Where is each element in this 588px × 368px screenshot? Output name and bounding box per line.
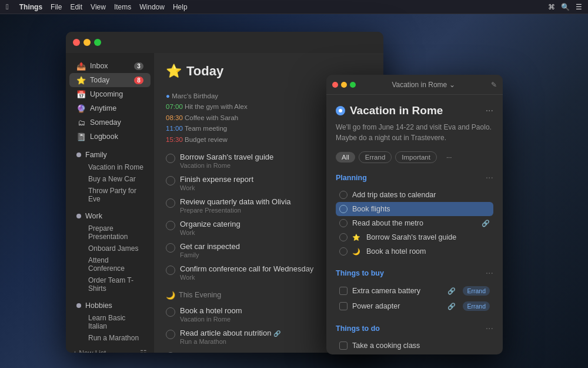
task-power-adapter[interactable]: Power adapter 🔗 Errand bbox=[336, 299, 493, 314]
meeting-label: Team meeting bbox=[185, 125, 227, 132]
detail-maximize-button[interactable] bbox=[350, 82, 356, 88]
work-group-dot bbox=[76, 214, 81, 218]
task-text: Borrow Sarah's travel guide bbox=[366, 233, 490, 241]
sidebar-footer: + New List ☷ bbox=[66, 344, 154, 353]
detail-traffic-lights bbox=[332, 82, 356, 88]
order-tshirts-label: Order Team T-Shirts bbox=[88, 276, 143, 293]
planning-more-icon[interactable]: ··· bbox=[486, 173, 493, 183]
family-group-header[interactable]: Family bbox=[69, 148, 151, 161]
task-day-trip-vatican[interactable]: Take a day trip to the Vatican 🔗 bbox=[336, 353, 493, 354]
star-icon: ⭐ bbox=[352, 234, 360, 241]
maximize-button[interactable] bbox=[94, 39, 101, 46]
sidebar-group-hobbies: Hobbies Learn Basic Italian Run a Marath… bbox=[66, 299, 154, 344]
sidebar-item-someday[interactable]: 🗂 Someday bbox=[69, 115, 151, 130]
onboard-james-label: Onboard James bbox=[88, 244, 138, 253]
detail-window: Vacation in Rome ⌄ ✎ Vacation in Rome ··… bbox=[326, 75, 503, 354]
sidebar-item-attend-conference[interactable]: Attend Conference bbox=[69, 254, 151, 274]
task-cb[interactable] bbox=[339, 233, 348, 241]
budget-time: 15:30 bbox=[166, 136, 185, 143]
inbox-badge: 3 bbox=[134, 62, 143, 70]
planning-section-header: Planning ··· bbox=[336, 173, 493, 183]
sidebar-item-buy-car[interactable]: Buy a New Car bbox=[69, 173, 151, 185]
task-checkbox[interactable] bbox=[166, 330, 175, 339]
filter-important[interactable]: Important bbox=[395, 151, 437, 163]
work-group-header[interactable]: Work bbox=[69, 210, 151, 223]
task-checkbox[interactable] bbox=[166, 221, 175, 230]
sidebar-item-prepare-presentation[interactable]: Prepare Presentation bbox=[69, 223, 151, 243]
task-cooking-class[interactable]: Take a cooking class bbox=[336, 339, 493, 353]
sidebar-item-inbox[interactable]: 📤 Inbox 3 bbox=[69, 59, 151, 73]
settings-icon[interactable]: ☷ bbox=[140, 349, 147, 353]
task-add-dates[interactable]: Add trip dates to calendar bbox=[336, 188, 493, 202]
menu-window[interactable]: Window bbox=[139, 3, 165, 11]
apple-menu[interactable]:  bbox=[6, 2, 9, 11]
sidebar-item-run-marathon[interactable]: Run a Marathon bbox=[69, 332, 151, 344]
detail-window-title: Vacation in Rome ⌄ bbox=[356, 81, 491, 89]
birthday-label: Marc's Birthday bbox=[172, 92, 218, 100]
task-text: Power adapter bbox=[352, 302, 443, 310]
menu-file[interactable]: File bbox=[51, 3, 62, 11]
task-checkbox[interactable] bbox=[166, 198, 175, 208]
task-cb[interactable] bbox=[339, 191, 348, 199]
throw-party-label: Throw Party for Eve bbox=[88, 187, 143, 203]
sidebar-item-throw-party[interactable]: Throw Party for Eve bbox=[69, 185, 151, 205]
sidebar-item-anytime[interactable]: 🔮 Anytime bbox=[69, 101, 151, 115]
task-text: Finish expense report Work bbox=[180, 175, 253, 191]
things-to-buy-header: Things to buy ··· bbox=[336, 268, 493, 279]
task-camera-battery[interactable]: Extra camera battery 🔗 Errand bbox=[336, 283, 493, 299]
sidebar-item-onboard-james[interactable]: Onboard James bbox=[69, 243, 151, 254]
task-checkbox[interactable] bbox=[166, 243, 175, 253]
moon-icon: 🌙 bbox=[352, 248, 360, 256]
task-checkbox[interactable] bbox=[166, 307, 175, 317]
task-checkbox[interactable] bbox=[166, 266, 175, 275]
coffee-time: 08:30 bbox=[166, 114, 185, 121]
project-more-icon[interactable]: ··· bbox=[486, 105, 493, 116]
control-center-icon[interactable]: ☰ bbox=[576, 3, 582, 11]
task-book-hotel-room[interactable]: 🌙 Book a hotel room bbox=[336, 244, 493, 258]
task-checkbox[interactable] bbox=[166, 176, 175, 185]
task-cb[interactable] bbox=[339, 205, 348, 213]
new-list-button[interactable]: + New List bbox=[73, 349, 136, 353]
detail-minimize-button[interactable] bbox=[341, 82, 347, 88]
task-cb[interactable] bbox=[339, 302, 348, 310]
logbook-icon: 📓 bbox=[76, 132, 86, 141]
task-book-flights[interactable]: Book flights bbox=[336, 202, 493, 216]
birthday-marker: ● bbox=[166, 92, 172, 100]
sidebar-item-upcoming[interactable]: 📅 Upcoming bbox=[69, 87, 151, 101]
hobbies-group-header[interactable]: Hobbies bbox=[69, 299, 151, 312]
task-cb[interactable] bbox=[339, 219, 348, 227]
task-cb[interactable] bbox=[339, 287, 348, 295]
sidebar-item-today[interactable]: ⭐ Today 8 bbox=[69, 73, 151, 87]
today-title: Today bbox=[186, 64, 223, 79]
link-icon: 🔗 bbox=[447, 303, 456, 310]
sidebar-label-upcoming: Upcoming bbox=[90, 90, 123, 98]
link-icon: 🔗 bbox=[447, 287, 456, 295]
menu-view[interactable]: View bbox=[91, 3, 106, 11]
sidebar-item-order-tshirts[interactable]: Order Team T-Shirts bbox=[69, 274, 151, 294]
task-checkbox[interactable] bbox=[166, 154, 175, 163]
menu-items-label[interactable]: Items bbox=[114, 3, 131, 11]
filter-more[interactable]: ··· bbox=[440, 152, 458, 163]
close-button[interactable] bbox=[73, 39, 80, 46]
search-icon[interactable]: 🔍 bbox=[561, 3, 570, 11]
things-to-buy-more[interactable]: ··· bbox=[486, 268, 493, 279]
filter-all[interactable]: All bbox=[336, 152, 355, 163]
minimize-button[interactable] bbox=[83, 39, 91, 46]
task-borrow-guide[interactable]: ⭐ Borrow Sarah's travel guide bbox=[336, 230, 493, 244]
detail-close-button[interactable] bbox=[332, 82, 338, 88]
task-text: Book flights bbox=[352, 205, 490, 213]
task-checkbox[interactable] bbox=[166, 352, 175, 353]
task-cb[interactable] bbox=[339, 247, 348, 256]
sidebar-item-vacation-rome[interactable]: Vacation in Rome bbox=[69, 161, 151, 173]
sidebar-item-learn-italian[interactable]: Learn Basic Italian bbox=[69, 312, 151, 332]
things-to-do-more[interactable]: ··· bbox=[486, 323, 493, 334]
menu-edit[interactable]: Edit bbox=[70, 3, 82, 11]
filter-errand[interactable]: Errand bbox=[359, 151, 392, 163]
detail-compose-icon[interactable]: ✎ bbox=[491, 81, 497, 89]
task-cb[interactable] bbox=[339, 342, 348, 350]
sidebar-item-logbook[interactable]: 📓 Logbook bbox=[69, 130, 151, 144]
menu-bar-right: ⌘ 🔍 ☰ bbox=[548, 3, 582, 11]
menu-help[interactable]: Help bbox=[173, 3, 188, 11]
today-badge: 8 bbox=[134, 77, 143, 84]
task-read-metro[interactable]: Read about the metro 🔗 bbox=[336, 216, 493, 230]
